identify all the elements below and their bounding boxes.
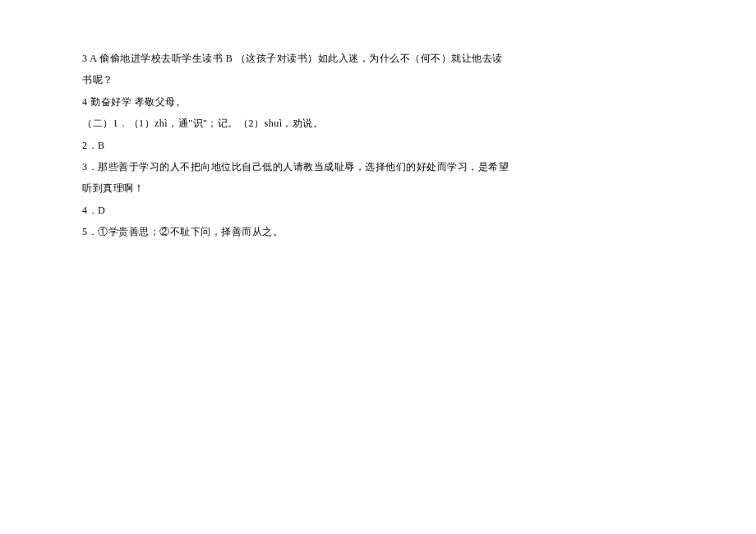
text-line: 书呢？ [82, 69, 509, 90]
text-line: 4．D [82, 200, 509, 221]
text-line: 4 勤奋好学 孝敬父母。 [82, 91, 509, 113]
text-line: 听到真理啊！ [82, 177, 509, 199]
text-line: 3 A 偷偷地进学校去听学生读书 B （这孩子对读书）如此入迷，为什么不（何不）… [82, 48, 509, 69]
text-line: 5．①学贵善思；②不耻下问，择善而从之。 [82, 221, 509, 242]
document-content: 3 A 偷偷地进学校去听学生读书 B （这孩子对读书）如此入迷，为什么不（何不）… [82, 48, 509, 243]
text-line: 3．那些善于学习的人不把向地位比自己低的人请教当成耻辱，选择他们的好处而学习，是… [82, 156, 509, 177]
text-line: 2．B [82, 135, 509, 156]
text-line: （二）1．（1）zhì，通"识"；记。（2）shuì，劝说。 [82, 113, 509, 134]
